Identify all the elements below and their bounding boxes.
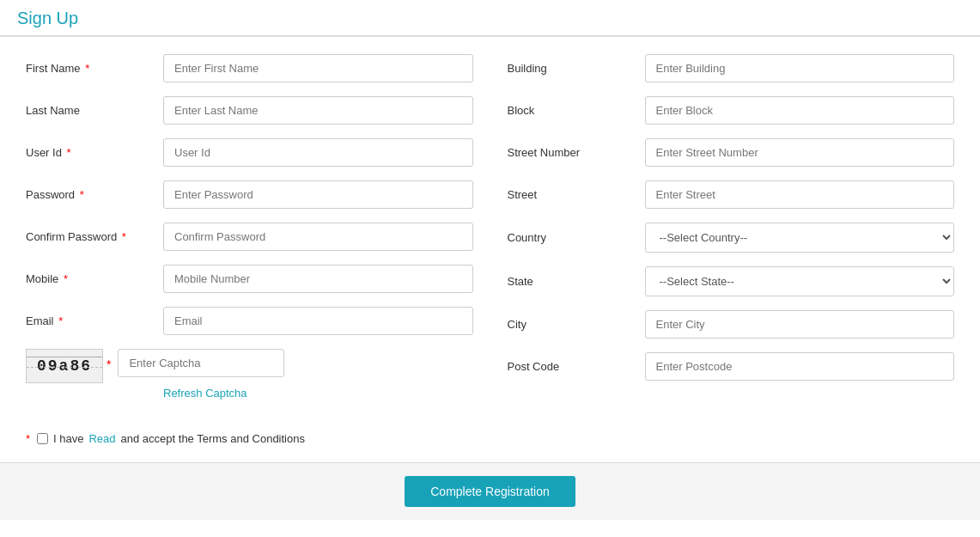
email-row: Email * xyxy=(26,307,473,335)
first-name-required: * xyxy=(85,62,89,75)
first-name-row: First Name * xyxy=(26,54,473,82)
country-row: Country --Select Country-- xyxy=(508,223,955,253)
post-code-label: Post Code xyxy=(508,360,645,373)
street-row: Street xyxy=(508,180,955,209)
terms-checkbox[interactable] xyxy=(37,433,48,444)
block-label: Block xyxy=(508,104,645,117)
last-name-input[interactable] xyxy=(163,96,473,125)
email-input[interactable] xyxy=(163,307,473,335)
street-label: Street xyxy=(508,188,645,201)
confirm-password-required: * xyxy=(122,230,126,243)
building-input[interactable] xyxy=(645,54,955,82)
state-row: State --Select State-- xyxy=(508,266,955,296)
post-code-row: Post Code xyxy=(508,352,955,381)
password-row: Password * xyxy=(26,180,473,209)
mobile-row: Mobile * xyxy=(26,265,473,293)
user-id-input[interactable] xyxy=(163,138,473,167)
terms-read-link[interactable]: Read xyxy=(88,432,115,445)
password-input[interactable] xyxy=(163,180,473,209)
page-header: Sign Up xyxy=(0,0,980,36)
complete-registration-button[interactable]: Complete Registration xyxy=(405,476,575,507)
first-name-label: First Name * xyxy=(26,62,163,75)
page-title: Sign Up xyxy=(17,9,963,28)
city-input[interactable] xyxy=(645,310,955,339)
street-number-input[interactable] xyxy=(645,138,955,167)
first-name-input[interactable] xyxy=(163,54,473,82)
country-label: Country xyxy=(508,231,645,244)
captcha-input[interactable] xyxy=(118,349,284,377)
building-label: Building xyxy=(508,62,645,75)
block-row: Block xyxy=(508,96,955,125)
country-select[interactable]: --Select Country-- xyxy=(645,223,955,253)
building-row: Building xyxy=(508,54,955,82)
state-select[interactable]: --Select State-- xyxy=(645,266,955,296)
mobile-input[interactable] xyxy=(163,265,473,293)
state-label: State xyxy=(508,275,645,288)
last-name-row: Last Name xyxy=(26,96,473,125)
terms-text-before: I have xyxy=(53,432,83,445)
user-id-required: * xyxy=(67,146,71,159)
password-label: Password * xyxy=(26,188,163,201)
captcha-row: 09a86 * xyxy=(26,349,473,383)
block-input[interactable] xyxy=(645,96,955,125)
post-code-input[interactable] xyxy=(645,352,955,381)
terms-required-star: * xyxy=(26,432,30,445)
city-row: City xyxy=(508,310,955,339)
mobile-required: * xyxy=(64,272,68,285)
left-column: First Name * Last Name User Id * Passwor… xyxy=(26,54,473,406)
right-column: Building Block Street Number Street Coun… xyxy=(508,54,955,406)
form-container: First Name * Last Name User Id * Passwor… xyxy=(0,37,980,424)
refresh-captcha-link[interactable]: Refresh Captcha xyxy=(26,387,473,400)
last-name-label: Last Name xyxy=(26,104,163,117)
city-label: City xyxy=(508,318,645,331)
terms-row: * I have Read and accept the Terms and C… xyxy=(0,424,980,454)
captcha-input-wrap xyxy=(118,349,472,377)
user-id-label: User Id * xyxy=(26,146,163,159)
confirm-password-row: Confirm Password * xyxy=(26,223,473,251)
captcha-required-star: * xyxy=(107,357,111,371)
confirm-password-label: Confirm Password * xyxy=(26,230,163,243)
email-label: Email * xyxy=(26,314,163,327)
confirm-password-input[interactable] xyxy=(163,223,473,251)
user-id-row: User Id * xyxy=(26,138,473,167)
mobile-label: Mobile * xyxy=(26,272,163,285)
email-required: * xyxy=(58,314,63,327)
password-required: * xyxy=(80,188,84,201)
street-input[interactable] xyxy=(645,180,955,209)
street-number-label: Street Number xyxy=(508,146,645,159)
street-number-row: Street Number xyxy=(508,138,955,167)
footer-bar: Complete Registration xyxy=(0,462,980,520)
terms-text-after: and accept the Terms and Conditions xyxy=(121,432,305,445)
captcha-image: 09a86 xyxy=(26,349,103,383)
